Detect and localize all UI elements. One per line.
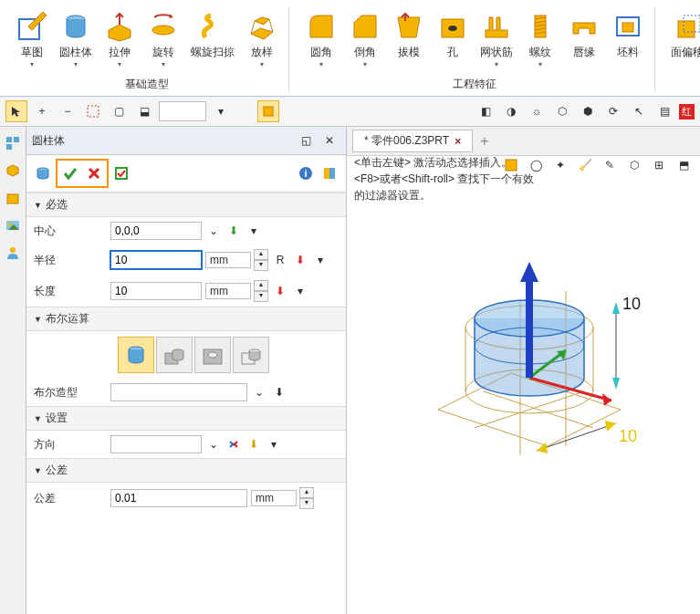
radius-input[interactable] — [110, 251, 202, 269]
ribbon-chamfer-button[interactable]: 倒角▾ — [344, 7, 386, 71]
lip-icon — [568, 10, 601, 43]
more-icon[interactable]: ▾ — [266, 436, 282, 453]
spinner[interactable]: ▲▼ — [254, 280, 268, 302]
svg-rect-16 — [14, 137, 19, 142]
vptool3[interactable]: ✦ — [549, 154, 571, 176]
bool-subtract-button[interactable] — [194, 337, 231, 373]
svg-rect-23 — [116, 168, 127, 179]
direction-input[interactable] — [110, 435, 202, 453]
tool4-button[interactable]: ⬡ — [551, 100, 573, 122]
edge-button[interactable]: ⬓ — [133, 100, 155, 122]
tool5-button[interactable]: ⬢ — [577, 100, 599, 122]
dropdown-icon[interactable]: ⌄ — [205, 223, 222, 239]
sidebar-image-button[interactable] — [2, 214, 24, 236]
ribbon-fillet-button[interactable]: 圆角▾ — [300, 7, 342, 71]
grid-select-button[interactable] — [82, 100, 104, 122]
select-pointer-button[interactable] — [5, 100, 27, 122]
filter-dropdown[interactable] — [159, 101, 206, 121]
ribbon-cylinder-button[interactable]: 圆柱体▾ — [55, 7, 97, 71]
bool-shape-input[interactable] — [110, 383, 247, 401]
ribbon-thread-button[interactable]: 螺纹▾ — [519, 7, 561, 71]
plus-button[interactable]: + — [31, 100, 53, 122]
ribbon-face-offset-button[interactable]: 面偏移 — [666, 7, 700, 63]
document-tab-bar: * 零件006.Z3PRT × + — [347, 127, 700, 156]
cancel-button[interactable] — [83, 162, 105, 184]
section-tolerance[interactable]: ▼公差 — [26, 458, 346, 483]
tool1-button[interactable]: ◧ — [475, 100, 496, 122]
face-button[interactable]: ▢ — [108, 100, 130, 122]
dropdown-icon[interactable]: ⌄ — [205, 436, 222, 453]
tolerance-input[interactable] — [110, 489, 247, 507]
ribbon-draft-button[interactable]: 拔模 — [388, 7, 430, 71]
unit-label[interactable]: mm — [205, 283, 251, 299]
view-mode-button[interactable] — [257, 100, 279, 122]
viewport[interactable]: * 零件006.Z3PRT × + ◯ ✦ 🧹 ✎ ⬡ ⊞ ⬒ <单击左键> 激… — [347, 127, 700, 614]
svg-point-2 — [152, 26, 174, 35]
more-icon[interactable]: ▾ — [246, 223, 262, 239]
info-button[interactable]: i — [295, 162, 317, 184]
sidebar-user-button[interactable] — [2, 242, 24, 264]
sidebar-tree-button[interactable] — [2, 132, 24, 154]
close-tab-icon[interactable]: × — [454, 135, 461, 148]
vptool4[interactable]: 🧹 — [574, 154, 596, 176]
layers-button[interactable]: ▤ — [653, 100, 675, 122]
apply-button[interactable] — [110, 162, 132, 184]
document-tab[interactable]: * 零件006.Z3PRT × — [352, 130, 473, 152]
vptool8[interactable]: ⬒ — [673, 154, 695, 176]
tool2-button[interactable]: ◑ — [500, 100, 522, 122]
pick-point-icon[interactable]: ⬇ — [225, 223, 242, 239]
ribbon-sketch-button[interactable]: 草图▾ — [11, 7, 53, 71]
bool-none-button[interactable] — [118, 337, 154, 373]
panel-close-button[interactable]: ✕ — [319, 130, 340, 151]
measure-icon[interactable]: ⬇ — [292, 252, 308, 268]
more-icon[interactable]: ▾ — [292, 283, 308, 299]
ribbon-stock-button[interactable]: 坯料 — [607, 7, 649, 71]
reset-button[interactable] — [319, 162, 340, 184]
more-button[interactable]: ▾ — [210, 100, 232, 122]
section-required[interactable]: ▼必选 — [26, 193, 346, 217]
unit-label[interactable]: mm — [205, 252, 251, 268]
tool3-button[interactable]: ☼ — [526, 100, 548, 122]
bool-intersect-button[interactable] — [233, 337, 269, 373]
minus-button[interactable]: − — [57, 100, 78, 122]
panel-restore-button[interactable]: ◱ — [295, 130, 317, 151]
r-mode-button[interactable]: R — [272, 252, 288, 268]
flip-icon[interactable] — [225, 436, 242, 453]
ribbon-helical-sweep-button[interactable]: 螺旋扫掠 — [186, 7, 239, 71]
ribbon-loft-button[interactable]: 放样▾ — [241, 7, 283, 71]
spinner[interactable]: ▲▼ — [299, 487, 314, 509]
svg-line-55 — [537, 423, 616, 451]
length-input[interactable] — [110, 282, 202, 300]
pick-dir-icon[interactable]: ⬇ — [246, 436, 262, 453]
ribbon-hole-button[interactable]: 孔 — [432, 7, 474, 71]
sidebar-assembly-button[interactable] — [2, 160, 24, 182]
spinner[interactable]: ▲▼ — [254, 249, 268, 271]
model-3d[interactable]: 10 10 — [383, 218, 657, 492]
unit-label[interactable]: mm — [251, 490, 297, 506]
ribbon-lip-button[interactable]: 唇缘 — [563, 7, 605, 71]
section-settings[interactable]: ▼设置 — [26, 406, 346, 431]
center-input[interactable] — [110, 222, 202, 240]
vptool7[interactable]: ⊞ — [648, 154, 670, 176]
pick-icon[interactable]: ⬇ — [271, 384, 287, 401]
sidebar-part-button[interactable] — [2, 187, 24, 209]
pointer2-button[interactable]: ↖ — [628, 100, 650, 122]
new-tab-button[interactable]: + — [480, 133, 488, 150]
ribbon-extrude-button[interactable]: 拉伸▾ — [99, 7, 141, 71]
more-icon[interactable]: ▾ — [312, 252, 329, 268]
bool-add-button[interactable] — [156, 337, 193, 373]
section-boolean[interactable]: ▼布尔运算 — [26, 307, 346, 331]
tool6-button[interactable]: ⟳ — [602, 100, 624, 122]
ribbon-revolve-button[interactable]: 旋转▾ — [142, 7, 184, 71]
ribbon-group-label: 基础造型 — [125, 77, 169, 92]
ok-button[interactable] — [59, 162, 81, 184]
cylinder-type-icon[interactable] — [32, 162, 54, 184]
vptool6[interactable]: ⬡ — [623, 154, 645, 176]
extrude-icon — [103, 10, 136, 43]
dropdown-icon[interactable]: ⌄ — [251, 384, 267, 401]
red-badge[interactable]: 红 — [679, 104, 695, 120]
ribbon-rib-button[interactable]: 网状筋▾ — [475, 7, 517, 71]
measure-icon[interactable]: ⬇ — [272, 283, 288, 299]
svg-text:i: i — [304, 168, 307, 179]
vptool5[interactable]: ✎ — [599, 154, 621, 176]
